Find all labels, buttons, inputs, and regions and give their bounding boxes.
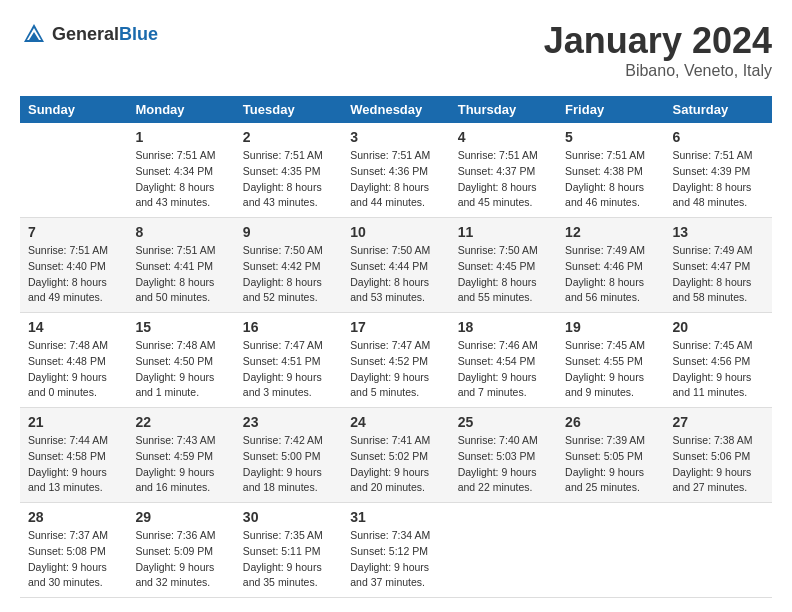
calendar-week-row: 14Sunrise: 7:48 AMSunset: 4:48 PMDayligh… xyxy=(20,313,772,408)
day-number: 28 xyxy=(28,509,119,525)
day-number: 18 xyxy=(458,319,549,335)
day-of-week-header: Thursday xyxy=(450,96,557,123)
day-number: 27 xyxy=(673,414,764,430)
calendar-cell: 24Sunrise: 7:41 AMSunset: 5:02 PMDayligh… xyxy=(342,408,449,503)
day-info: Sunrise: 7:51 AMSunset: 4:39 PMDaylight:… xyxy=(673,148,764,211)
calendar-location: Bibano, Veneto, Italy xyxy=(544,62,772,80)
day-info: Sunrise: 7:45 AMSunset: 4:56 PMDaylight:… xyxy=(673,338,764,401)
day-info: Sunrise: 7:49 AMSunset: 4:47 PMDaylight:… xyxy=(673,243,764,306)
day-number: 6 xyxy=(673,129,764,145)
logo-text-blue: Blue xyxy=(119,24,158,44)
day-number: 14 xyxy=(28,319,119,335)
day-info: Sunrise: 7:47 AMSunset: 4:52 PMDaylight:… xyxy=(350,338,441,401)
day-number: 7 xyxy=(28,224,119,240)
day-of-week-header: Saturday xyxy=(665,96,772,123)
calendar-cell: 15Sunrise: 7:48 AMSunset: 4:50 PMDayligh… xyxy=(127,313,234,408)
calendar-cell: 16Sunrise: 7:47 AMSunset: 4:51 PMDayligh… xyxy=(235,313,342,408)
calendar-week-row: 1Sunrise: 7:51 AMSunset: 4:34 PMDaylight… xyxy=(20,123,772,218)
day-info: Sunrise: 7:40 AMSunset: 5:03 PMDaylight:… xyxy=(458,433,549,496)
page-header: GeneralBlue January 2024 Bibano, Veneto,… xyxy=(20,20,772,80)
calendar-week-row: 21Sunrise: 7:44 AMSunset: 4:58 PMDayligh… xyxy=(20,408,772,503)
day-number: 22 xyxy=(135,414,226,430)
calendar-cell: 20Sunrise: 7:45 AMSunset: 4:56 PMDayligh… xyxy=(665,313,772,408)
day-number: 24 xyxy=(350,414,441,430)
calendar-title: January 2024 xyxy=(544,20,772,62)
calendar-cell: 1Sunrise: 7:51 AMSunset: 4:34 PMDaylight… xyxy=(127,123,234,218)
calendar-cell: 6Sunrise: 7:51 AMSunset: 4:39 PMDaylight… xyxy=(665,123,772,218)
calendar-table: SundayMondayTuesdayWednesdayThursdayFrid… xyxy=(20,96,772,598)
calendar-header-row: SundayMondayTuesdayWednesdayThursdayFrid… xyxy=(20,96,772,123)
day-info: Sunrise: 7:49 AMSunset: 4:46 PMDaylight:… xyxy=(565,243,656,306)
day-info: Sunrise: 7:36 AMSunset: 5:09 PMDaylight:… xyxy=(135,528,226,591)
day-info: Sunrise: 7:42 AMSunset: 5:00 PMDaylight:… xyxy=(243,433,334,496)
logo-text-general: General xyxy=(52,24,119,44)
day-info: Sunrise: 7:47 AMSunset: 4:51 PMDaylight:… xyxy=(243,338,334,401)
calendar-cell: 9Sunrise: 7:50 AMSunset: 4:42 PMDaylight… xyxy=(235,218,342,313)
day-info: Sunrise: 7:35 AMSunset: 5:11 PMDaylight:… xyxy=(243,528,334,591)
day-info: Sunrise: 7:46 AMSunset: 4:54 PMDaylight:… xyxy=(458,338,549,401)
calendar-cell: 3Sunrise: 7:51 AMSunset: 4:36 PMDaylight… xyxy=(342,123,449,218)
calendar-cell: 4Sunrise: 7:51 AMSunset: 4:37 PMDaylight… xyxy=(450,123,557,218)
day-info: Sunrise: 7:34 AMSunset: 5:12 PMDaylight:… xyxy=(350,528,441,591)
day-of-week-header: Tuesday xyxy=(235,96,342,123)
day-info: Sunrise: 7:48 AMSunset: 4:50 PMDaylight:… xyxy=(135,338,226,401)
day-info: Sunrise: 7:51 AMSunset: 4:36 PMDaylight:… xyxy=(350,148,441,211)
calendar-cell: 19Sunrise: 7:45 AMSunset: 4:55 PMDayligh… xyxy=(557,313,664,408)
calendar-cell: 18Sunrise: 7:46 AMSunset: 4:54 PMDayligh… xyxy=(450,313,557,408)
calendar-cell: 12Sunrise: 7:49 AMSunset: 4:46 PMDayligh… xyxy=(557,218,664,313)
day-number: 31 xyxy=(350,509,441,525)
calendar-week-row: 28Sunrise: 7:37 AMSunset: 5:08 PMDayligh… xyxy=(20,503,772,598)
calendar-cell: 8Sunrise: 7:51 AMSunset: 4:41 PMDaylight… xyxy=(127,218,234,313)
calendar-cell: 22Sunrise: 7:43 AMSunset: 4:59 PMDayligh… xyxy=(127,408,234,503)
day-number: 12 xyxy=(565,224,656,240)
day-info: Sunrise: 7:39 AMSunset: 5:05 PMDaylight:… xyxy=(565,433,656,496)
calendar-cell: 31Sunrise: 7:34 AMSunset: 5:12 PMDayligh… xyxy=(342,503,449,598)
day-number: 11 xyxy=(458,224,549,240)
day-number: 8 xyxy=(135,224,226,240)
logo-icon xyxy=(20,20,48,48)
day-info: Sunrise: 7:44 AMSunset: 4:58 PMDaylight:… xyxy=(28,433,119,496)
day-number: 4 xyxy=(458,129,549,145)
calendar-cell: 23Sunrise: 7:42 AMSunset: 5:00 PMDayligh… xyxy=(235,408,342,503)
day-number: 21 xyxy=(28,414,119,430)
day-info: Sunrise: 7:50 AMSunset: 4:44 PMDaylight:… xyxy=(350,243,441,306)
day-number: 17 xyxy=(350,319,441,335)
day-number: 13 xyxy=(673,224,764,240)
calendar-cell: 27Sunrise: 7:38 AMSunset: 5:06 PMDayligh… xyxy=(665,408,772,503)
day-info: Sunrise: 7:45 AMSunset: 4:55 PMDaylight:… xyxy=(565,338,656,401)
day-info: Sunrise: 7:38 AMSunset: 5:06 PMDaylight:… xyxy=(673,433,764,496)
day-number: 30 xyxy=(243,509,334,525)
calendar-cell: 28Sunrise: 7:37 AMSunset: 5:08 PMDayligh… xyxy=(20,503,127,598)
calendar-cell: 7Sunrise: 7:51 AMSunset: 4:40 PMDaylight… xyxy=(20,218,127,313)
day-number: 16 xyxy=(243,319,334,335)
calendar-cell: 25Sunrise: 7:40 AMSunset: 5:03 PMDayligh… xyxy=(450,408,557,503)
calendar-week-row: 7Sunrise: 7:51 AMSunset: 4:40 PMDaylight… xyxy=(20,218,772,313)
day-of-week-header: Friday xyxy=(557,96,664,123)
day-info: Sunrise: 7:41 AMSunset: 5:02 PMDaylight:… xyxy=(350,433,441,496)
day-number: 9 xyxy=(243,224,334,240)
calendar-cell: 14Sunrise: 7:48 AMSunset: 4:48 PMDayligh… xyxy=(20,313,127,408)
day-of-week-header: Monday xyxy=(127,96,234,123)
calendar-cell: 17Sunrise: 7:47 AMSunset: 4:52 PMDayligh… xyxy=(342,313,449,408)
calendar-cell: 2Sunrise: 7:51 AMSunset: 4:35 PMDaylight… xyxy=(235,123,342,218)
calendar-cell: 21Sunrise: 7:44 AMSunset: 4:58 PMDayligh… xyxy=(20,408,127,503)
day-info: Sunrise: 7:51 AMSunset: 4:37 PMDaylight:… xyxy=(458,148,549,211)
calendar-cell: 5Sunrise: 7:51 AMSunset: 4:38 PMDaylight… xyxy=(557,123,664,218)
day-info: Sunrise: 7:51 AMSunset: 4:34 PMDaylight:… xyxy=(135,148,226,211)
calendar-cell xyxy=(557,503,664,598)
day-number: 5 xyxy=(565,129,656,145)
day-number: 23 xyxy=(243,414,334,430)
day-number: 29 xyxy=(135,509,226,525)
calendar-cell: 10Sunrise: 7:50 AMSunset: 4:44 PMDayligh… xyxy=(342,218,449,313)
day-number: 15 xyxy=(135,319,226,335)
calendar-cell: 11Sunrise: 7:50 AMSunset: 4:45 PMDayligh… xyxy=(450,218,557,313)
calendar-cell: 26Sunrise: 7:39 AMSunset: 5:05 PMDayligh… xyxy=(557,408,664,503)
calendar-cell xyxy=(20,123,127,218)
day-number: 26 xyxy=(565,414,656,430)
day-of-week-header: Wednesday xyxy=(342,96,449,123)
title-block: January 2024 Bibano, Veneto, Italy xyxy=(544,20,772,80)
day-of-week-header: Sunday xyxy=(20,96,127,123)
calendar-cell xyxy=(665,503,772,598)
day-number: 10 xyxy=(350,224,441,240)
day-info: Sunrise: 7:50 AMSunset: 4:45 PMDaylight:… xyxy=(458,243,549,306)
